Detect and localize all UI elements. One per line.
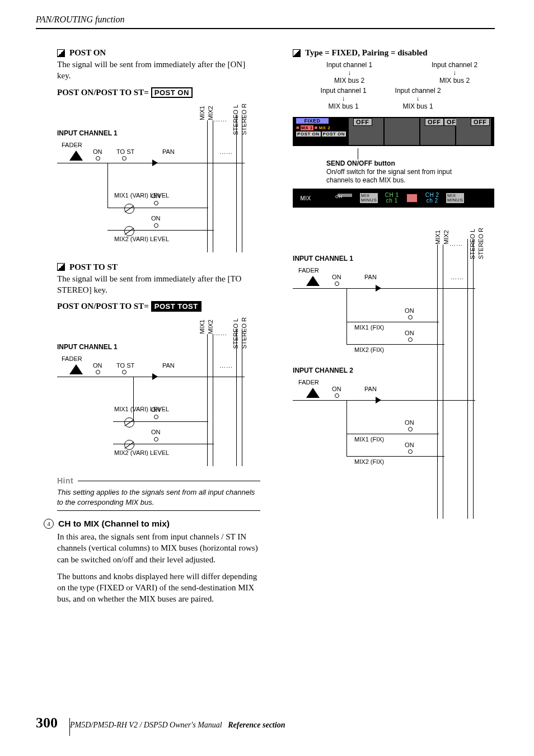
mb1-label: MIX bus 1 [321,102,367,110]
mb2-label: MIX bus 2 [326,77,372,84]
mix2-label: MIX2 (VARI) LEVEL [114,449,169,456]
off-button[interactable]: OFF [471,118,490,126]
item-4-p1: In this area, the signals sent from inpu… [57,531,260,565]
post-to-st-value-box: POST TOST [151,301,202,312]
switch-icon [335,393,339,398]
mix2fix-label: MIX2 (FIX) [354,458,384,465]
diagram-title: INPUT CHANNEL 1 [57,343,253,351]
post-on-body: The signal will be sent from immediately… [57,59,260,82]
bus-str-label: STEREO R [477,228,484,259]
mix1fix-label: MIX1 (FIX) [354,436,384,443]
page-footer: 300 PM5D/PM5D-RH V2 / DSP5D Owner's Manu… [36,715,285,731]
left-column: POST ON The signal will be sent from imm… [57,48,260,611]
hint-heading: Hint [57,476,260,485]
mix-minus-button[interactable]: MIXMINUS [360,193,378,203]
pan-label: PAN [162,148,175,155]
ch2-label: Input channel 2 [395,87,441,95]
bus-ellipsis: …… [214,330,227,336]
send-onoff-caption: SEND ON/OFF button On/off switch for the… [326,159,472,185]
mm-ch-label: CH [335,194,343,199]
footer-model: PM5D/PM5D-RH V2 / DSP5D Owner's Manual [70,721,222,729]
on-label: ON [151,215,161,222]
signal-diagram-two-channels: MIX1 MIX2 …… STEREO L STEREO R INPUT CHA… [293,230,494,490]
signal-diagram-post-to-st: MIX1 MIX2 …… STEREO L STEREO R INPUT CHA… [57,320,253,466]
on-label: ON [405,330,414,336]
switch-icon [408,449,413,454]
heading-type-fixed-label: Type = FIXED, Pairing = disabled [305,48,428,58]
fixed-tag[interactable]: FIXED [296,118,329,124]
ch2-label: Input channel 2 [432,61,477,69]
item-4-title: CH to MIX (Channel to mix) [58,519,170,529]
bullet-icon [57,263,65,271]
mix1fix-label: MIX1 (FIX) [354,324,384,331]
amp-icon [152,373,158,380]
on-label: ON [332,386,341,392]
bus-mix1-label: MIX1 [199,106,205,120]
ch-to-mix-labels: Input channel 1 ↓ MIX bus 2 Input channe… [293,61,494,110]
mix1-label: MIX1 (VARI) LEVEL [114,406,169,412]
on-label: ON [151,192,161,199]
fader-label: FADER [298,267,319,274]
hint-label: Hint [57,476,73,485]
heading-post-on-label: POST ON [69,48,106,58]
mm-mix-label: MIX [293,195,318,201]
switch-icon [154,415,158,419]
hint-body: This setting applies to the signals sent… [57,487,260,511]
right-column: Type = FIXED, Pairing = disabled Input c… [293,48,502,611]
switch-icon [154,201,158,205]
pan-label: PAN [364,274,377,280]
fader-icon [69,151,83,161]
param-label: POST ON/POST TO ST= [57,88,149,97]
switch-icon [122,370,127,374]
off-button[interactable]: OFF [353,118,372,126]
page-number: 300 [36,715,58,731]
running-header: PAN/ROUTING function [36,15,495,29]
bus-mix2-label: MIX2 [443,230,449,245]
heading-type-fixed: Type = FIXED, Pairing = disabled [293,48,502,58]
level-knob-icon [124,204,134,214]
bus-stl-label: STEREO L [469,228,476,259]
bus-ellipsis: …… [214,116,227,123]
post-on-value-box: POST ON [151,87,193,98]
item-4-p2: The buttons and knobs displayed here wil… [57,571,260,605]
on-label: ON [151,406,161,413]
switch-icon [335,281,339,286]
pan-label: PAN [162,362,175,369]
mx2-label: MX 2 [319,125,331,130]
mb2-label: MIX bus 2 [432,77,477,84]
signal-diagram-post-on: MIX1 MIX2 …… STEREO L STEREO R INPUT CHA… [57,106,253,252]
ellipsis-label: …… [219,148,233,155]
bus-mix1-label: MIX1 [434,230,441,245]
heading-post-to-st-label: POST TO ST [69,262,118,272]
amp-icon [152,159,158,166]
tost-label: TO ST [116,362,134,369]
mix2-label: MIX2 (VARI) LEVEL [114,236,169,242]
bus-mix1-label: MIX1 [199,320,205,334]
switch-icon [154,437,158,442]
bus-ellipsis: …… [449,240,463,247]
callout-line [358,148,358,159]
on-label: ON [405,419,414,426]
fader-icon [306,388,320,398]
level-knob-icon [124,417,134,428]
on-label: ON [405,307,414,314]
mix1-label: MIX1 (VARI) LEVEL [114,192,169,199]
ch-to-mix-ui: FIXED ■ MX 1 ■ MX 2 POST ON POST ON OFF [293,117,494,146]
off-button[interactable]: OFF [425,118,444,126]
heading-post-on: POST ON [57,48,260,58]
post-on-tag[interactable]: POST ON [322,132,346,137]
heading-post-to-st: POST TO ST [57,262,260,272]
tost-label: TO ST [116,148,134,155]
switch-icon [408,427,413,431]
fader-label: FADER [62,142,82,148]
link-icon[interactable] [406,194,418,203]
switch-icon [122,156,127,161]
post-on-tag[interactable]: POST ON [296,132,321,137]
mix-minus-button[interactable]: MIXMINUS [446,193,464,203]
switch-icon [154,223,158,228]
ellipsis-label: …… [219,362,233,369]
ellipsis-label: …… [451,274,464,280]
bullet-icon [293,49,301,57]
caption-title: SEND ON/OFF button [326,159,395,167]
ic2-title: INPUT CHANNEL 2 [293,367,494,374]
